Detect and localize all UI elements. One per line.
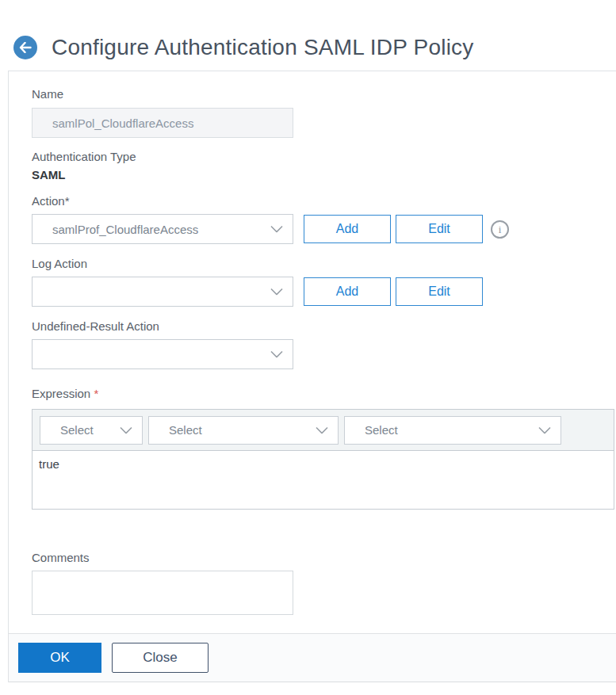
expression-select-2-placeholder: Select xyxy=(169,423,202,437)
action-select-value: samlProf_CloudflareAccess xyxy=(52,223,198,236)
comments-input[interactable] xyxy=(32,571,293,615)
authentication-type-label: Authentication Type xyxy=(32,150,616,164)
footer-bar: OK Close xyxy=(9,633,616,682)
expression-select-3[interactable]: Select xyxy=(344,416,561,445)
expression-toolbar: Select Select Select xyxy=(33,410,614,451)
form-panel: Name Authentication Type SAML Action* sa… xyxy=(8,71,616,682)
log-action-select[interactable] xyxy=(32,277,293,307)
page-header: Configure Authentication SAML IDP Policy xyxy=(0,0,616,71)
chevron-down-icon xyxy=(316,426,328,433)
log-action-edit-button[interactable]: Edit xyxy=(396,277,483,306)
name-input xyxy=(32,108,293,138)
comments-label: Comments xyxy=(32,551,616,565)
chevron-down-icon xyxy=(538,426,551,433)
expression-select-2[interactable]: Select xyxy=(148,416,339,445)
required-asterisk: * xyxy=(94,387,98,400)
page: Configure Authentication SAML IDP Policy… xyxy=(0,0,616,682)
undefined-result-action-select[interactable] xyxy=(32,339,293,369)
comments-field-group: Comments xyxy=(32,551,616,615)
name-label: Name xyxy=(32,87,616,101)
authentication-type-group: Authentication Type SAML xyxy=(32,150,616,181)
name-field-group: Name xyxy=(32,87,616,138)
form-content: Name Authentication Type SAML Action* sa… xyxy=(9,71,616,615)
chevron-down-icon xyxy=(270,226,283,233)
authentication-type-value: SAML xyxy=(32,168,616,181)
undefined-result-action-label: Undefined-Result Action xyxy=(32,319,616,334)
action-label: Action* xyxy=(32,194,616,208)
page-title: Configure Authentication SAML IDP Policy xyxy=(52,35,474,60)
undefined-result-action-group: Undefined-Result Action xyxy=(32,319,616,369)
log-action-label: Log Action xyxy=(32,257,616,271)
action-add-button[interactable]: Add xyxy=(304,215,391,243)
close-button[interactable]: Close xyxy=(112,643,209,673)
expression-select-1-placeholder: Select xyxy=(60,423,94,437)
action-select[interactable]: samlProf_CloudflareAccess xyxy=(32,214,293,244)
chevron-down-icon xyxy=(270,288,283,296)
expression-field-group: Expression * Select Select xyxy=(32,387,616,510)
chevron-down-icon xyxy=(270,351,283,358)
expression-label-text: Expression xyxy=(32,387,90,400)
arrow-left-icon xyxy=(19,42,32,53)
ok-button[interactable]: OK xyxy=(18,643,101,673)
log-action-field-group: Log Action Add Edit xyxy=(32,257,616,307)
action-edit-button[interactable]: Edit xyxy=(396,215,483,243)
chevron-down-icon xyxy=(120,426,132,433)
info-icon[interactable]: i xyxy=(491,220,509,239)
action-field-group: Action* samlProf_CloudflareAccess Add Ed… xyxy=(32,194,616,244)
back-button[interactable] xyxy=(13,36,37,59)
expression-input[interactable]: true xyxy=(33,451,614,509)
expression-label: Expression * xyxy=(32,387,616,401)
log-action-add-button[interactable]: Add xyxy=(304,277,391,306)
expression-builder: Select Select Select xyxy=(32,409,614,510)
expression-select-3-placeholder: Select xyxy=(365,423,398,437)
expression-select-1[interactable]: Select xyxy=(40,416,143,445)
